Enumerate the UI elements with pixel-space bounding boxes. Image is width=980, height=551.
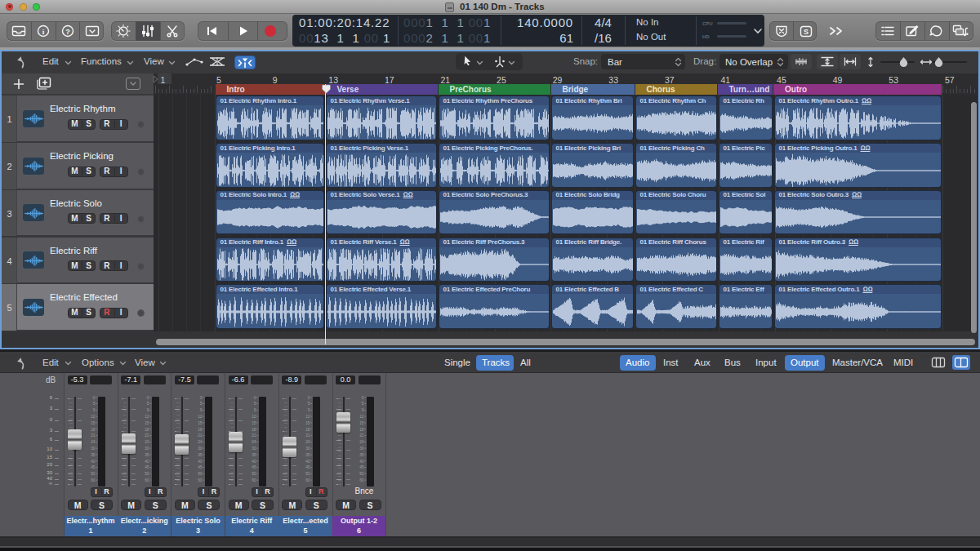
svg-text:15: 15 — [145, 421, 149, 425]
svg-text:21: 21 — [252, 433, 256, 438]
svg-text:12: 12 — [252, 415, 256, 419]
svg-text:18: 18 — [198, 428, 203, 432]
svg-text:18: 18 — [305, 428, 310, 432]
svg-text:24: 24 — [359, 440, 364, 444]
svg-text:18: 18 — [91, 428, 96, 432]
svg-text:40: 40 — [359, 460, 364, 464]
svg-text:60: 60 — [145, 478, 149, 482]
svg-text:40: 40 — [252, 460, 256, 464]
svg-text:35: 35 — [252, 453, 256, 457]
svg-text:40: 40 — [91, 460, 96, 464]
svg-text:50: 50 — [359, 472, 364, 476]
svg-text:30: 30 — [359, 447, 364, 451]
svg-text:60: 60 — [305, 478, 310, 482]
svg-text:50: 50 — [252, 472, 256, 476]
svg-text:12: 12 — [305, 415, 310, 419]
svg-text:18: 18 — [145, 428, 149, 432]
svg-text:30: 30 — [252, 447, 256, 451]
svg-text:15: 15 — [359, 421, 364, 425]
svg-text:45: 45 — [198, 465, 203, 469]
svg-text:i: i — [42, 28, 45, 36]
svg-text:12: 12 — [91, 415, 96, 419]
svg-text:S: S — [804, 28, 808, 36]
svg-text:40: 40 — [198, 460, 203, 464]
svg-text:24: 24 — [252, 440, 256, 444]
svg-text:0: 0 — [308, 396, 310, 400]
svg-text:9: 9 — [200, 408, 203, 412]
svg-text:15: 15 — [91, 421, 96, 425]
svg-text:18: 18 — [359, 428, 364, 432]
svg-text:45: 45 — [91, 465, 96, 469]
svg-text:18: 18 — [252, 428, 256, 432]
svg-text:15: 15 — [252, 421, 256, 425]
svg-text:5: 5 — [147, 402, 149, 406]
svg-text:0: 0 — [361, 396, 363, 400]
svg-text:50: 50 — [91, 472, 96, 476]
svg-text:5: 5 — [200, 402, 203, 406]
svg-text:45: 45 — [252, 465, 256, 469]
svg-text:0: 0 — [200, 396, 203, 400]
svg-text:12: 12 — [145, 415, 149, 419]
svg-text:50: 50 — [198, 472, 203, 476]
svg-text:9: 9 — [147, 408, 149, 412]
svg-text:35: 35 — [91, 453, 96, 457]
svg-text:30: 30 — [198, 447, 203, 451]
svg-text:21: 21 — [91, 433, 96, 438]
svg-text:24: 24 — [91, 440, 96, 444]
svg-text:9: 9 — [308, 408, 310, 412]
svg-text:45: 45 — [305, 465, 310, 469]
svg-text:60: 60 — [198, 478, 203, 482]
svg-text:60: 60 — [91, 478, 96, 482]
svg-text:0: 0 — [93, 396, 96, 400]
svg-text:12: 12 — [359, 415, 364, 419]
svg-text:45: 45 — [145, 465, 149, 469]
svg-text:30: 30 — [91, 447, 96, 451]
svg-text:9: 9 — [361, 408, 363, 412]
svg-text:30: 30 — [305, 447, 310, 451]
svg-text:30: 30 — [145, 447, 149, 451]
svg-text:21: 21 — [359, 433, 364, 438]
svg-text:21: 21 — [305, 433, 310, 438]
svg-text:50: 50 — [305, 472, 310, 476]
svg-text:0: 0 — [254, 396, 256, 400]
svg-text:15: 15 — [198, 421, 203, 425]
svg-text:35: 35 — [305, 453, 310, 457]
svg-text:15: 15 — [305, 421, 310, 425]
svg-text:24: 24 — [198, 440, 203, 444]
svg-text:35: 35 — [198, 453, 203, 457]
svg-text:45: 45 — [359, 465, 364, 469]
svg-text:40: 40 — [145, 460, 149, 464]
svg-text:12: 12 — [198, 415, 203, 419]
svg-text:21: 21 — [198, 433, 203, 438]
svg-text:5: 5 — [308, 402, 310, 406]
svg-text:35: 35 — [145, 453, 149, 457]
svg-text:35: 35 — [359, 453, 364, 457]
svg-text:24: 24 — [145, 440, 149, 444]
svg-text:9: 9 — [254, 408, 256, 412]
svg-text:9: 9 — [93, 408, 96, 412]
svg-text:40: 40 — [305, 460, 310, 464]
svg-text:5: 5 — [254, 402, 256, 406]
svg-text:60: 60 — [359, 478, 364, 482]
svg-text:50: 50 — [145, 472, 149, 476]
svg-text:0: 0 — [147, 396, 149, 400]
svg-text:?: ? — [65, 28, 70, 36]
svg-text:24: 24 — [305, 440, 310, 444]
svg-text:21: 21 — [145, 433, 149, 438]
svg-text:5: 5 — [361, 402, 363, 406]
svg-text:60: 60 — [252, 478, 256, 482]
svg-text:5: 5 — [93, 402, 96, 406]
